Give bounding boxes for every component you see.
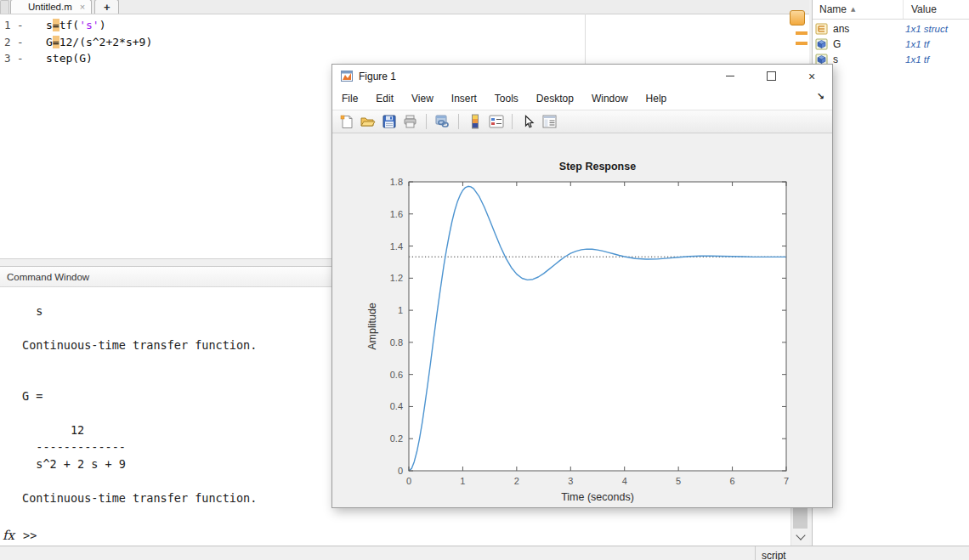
workspace-header: Name ▲ Value: [813, 0, 969, 20]
tab-label: Untitled.m: [28, 2, 72, 12]
code-segment: ): [99, 19, 106, 31]
new-tab-button[interactable]: +: [94, 0, 119, 14]
x-tick-label: 2: [514, 476, 519, 486]
menu-item-view[interactable]: View: [411, 93, 434, 105]
code-segment: =: [53, 36, 60, 48]
menu-item-help[interactable]: Help: [646, 93, 667, 105]
name-header-label: Name: [819, 3, 847, 15]
workspace-variable-row[interactable]: ans1x1 struct: [813, 21, 969, 37]
figure-canvas: 0123456700.20.40.60.811.21.41.61.8Step R…: [332, 133, 832, 507]
tf-object-icon: [815, 38, 829, 50]
editor-gutter: 1-: [0, 19, 26, 31]
code-line[interactable]: 2-G=12/(s^2+2*s+9): [0, 34, 789, 51]
figure-window[interactable]: Figure 1 × FileEditViewInsertToolsDeskto…: [332, 64, 833, 508]
x-tick-label: 5: [676, 476, 681, 486]
x-tick-label: 6: [730, 476, 735, 486]
breakpoint-dash[interactable]: -: [17, 36, 24, 48]
variable-name: G: [833, 38, 899, 50]
dock-figure-icon[interactable]: ↘: [817, 91, 824, 102]
x-tick-label: 4: [622, 476, 627, 486]
close-tab-icon[interactable]: ×: [80, 3, 85, 12]
print-icon[interactable]: [401, 113, 419, 131]
y-tick-label: 0.6: [390, 370, 403, 380]
editor-tab-bar: Untitled.m × +: [0, 0, 809, 14]
x-tick-label: 3: [568, 476, 573, 486]
code-segment: =: [53, 19, 60, 31]
matlab-figure-icon: [341, 71, 353, 82]
toolbar-separator: [426, 114, 427, 129]
workspace-panel: Name ▲ Value ans1x1 structG1x1 tfs1x1 tf: [812, 0, 969, 546]
variable-value: 1x1 struct: [899, 24, 948, 34]
mlint-indicator-icon[interactable]: [790, 10, 805, 25]
y-tick-label: 0.8: [390, 337, 403, 348]
minimize-button[interactable]: [710, 65, 751, 88]
window-controls: ×: [710, 65, 832, 88]
x-axis-label: Time (seconds): [561, 491, 634, 503]
variable-value: 1x1 tf: [899, 39, 929, 49]
command-prompt[interactable]: fx >>: [3, 528, 37, 543]
figure-toolbar: [332, 110, 832, 133]
x-tick-label: 1: [460, 476, 465, 486]
mlint-warning-marker[interactable]: [796, 42, 808, 45]
y-tick-label: 0: [398, 466, 403, 476]
property-inspector-icon[interactable]: [541, 113, 558, 131]
workspace-variable-row[interactable]: s1x1 tf: [813, 52, 969, 67]
code-segment: 12/(s^2+2*s+9): [60, 36, 153, 48]
minimize-icon: [726, 76, 734, 76]
edit-plot-icon[interactable]: [519, 113, 537, 131]
menu-item-insert[interactable]: Insert: [451, 93, 477, 105]
new-figure-icon[interactable]: [337, 113, 355, 131]
code-line[interactable]: 1-s=tf('s'): [0, 17, 789, 34]
insert-legend-icon[interactable]: [487, 113, 505, 131]
variable-name: s: [833, 54, 899, 65]
line-number: 3: [0, 52, 17, 65]
menu-item-window[interactable]: Window: [592, 93, 628, 105]
open-file-icon[interactable]: [359, 113, 377, 131]
plot-title: Step Response: [559, 161, 636, 173]
workspace-name-column-header[interactable]: Name ▲: [813, 0, 904, 19]
code-segment: step(G): [46, 52, 93, 65]
mlint-warning-marker[interactable]: [796, 31, 808, 35]
workspace-variable-row[interactable]: G1x1 tf: [813, 37, 969, 52]
tab-untitled-m[interactable]: Untitled.m ×: [10, 0, 92, 14]
breakpoint-dash[interactable]: -: [17, 19, 24, 31]
y-axis-label: Amplitude: [366, 303, 378, 350]
toolbar-separator: [512, 114, 513, 129]
menu-item-edit[interactable]: Edit: [376, 93, 394, 105]
line-number: 2: [0, 36, 17, 48]
toolbar-separator: [458, 114, 459, 129]
close-icon: ×: [808, 71, 815, 82]
save-figure-icon[interactable]: [380, 113, 398, 131]
command-window-title: Command Window: [7, 272, 89, 282]
variable-name: ans: [833, 23, 899, 35]
variable-value: 1x1 tf: [899, 54, 929, 65]
prompt-symbol: >>: [23, 529, 37, 542]
fx-icon: fx: [3, 528, 14, 543]
code-segment: G: [46, 36, 53, 48]
code-text: step(G): [26, 52, 93, 65]
link-plot-icon[interactable]: [434, 113, 451, 131]
menu-item-desktop[interactable]: Desktop: [536, 93, 574, 105]
plot-background: [409, 182, 786, 471]
code-segment: 's': [79, 19, 99, 31]
maximize-button[interactable]: [751, 65, 791, 88]
code-segment: s: [46, 19, 53, 31]
menu-item-file[interactable]: File: [342, 93, 358, 105]
y-tick-label: 1: [398, 305, 403, 315]
editor-gutter: 2-: [0, 36, 26, 48]
x-tick-label: 7: [784, 476, 789, 486]
editor-gutter: 3-: [0, 52, 26, 65]
breakpoint-dash[interactable]: -: [17, 52, 24, 65]
workspace-value-column-header[interactable]: Value: [904, 3, 937, 15]
scroll-down-button[interactable]: [791, 529, 809, 545]
close-button[interactable]: ×: [791, 65, 832, 88]
y-tick-label: 1.4: [390, 241, 403, 252]
figure-titlebar[interactable]: Figure 1 ×: [332, 65, 832, 88]
chevron-down-icon: [796, 530, 805, 540]
insert-colorbar-icon[interactable]: [466, 113, 484, 131]
scrollbar-thumb[interactable]: [793, 508, 808, 529]
y-tick-label: 0.4: [390, 401, 403, 411]
y-tick-label: 0.2: [390, 433, 403, 444]
status-bar: script: [0, 546, 969, 560]
menu-item-tools[interactable]: Tools: [495, 93, 518, 105]
